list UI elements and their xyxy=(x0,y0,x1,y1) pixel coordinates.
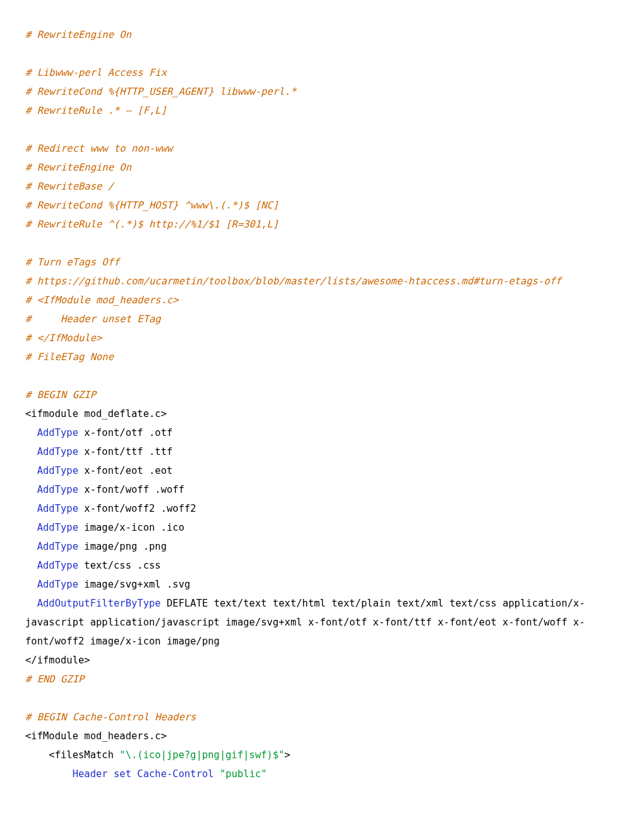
token-c: # Libwww-perl Access Fix xyxy=(25,67,167,78)
token-tg: x-font/ttf .ttf xyxy=(78,446,172,457)
token-tg: image/png .png xyxy=(78,541,167,552)
code-line: # RewriteEngine On xyxy=(25,25,619,44)
token-tg: <ifmodule mod_deflate.c> xyxy=(25,408,167,420)
code-line: AddType x-font/woff2 .woff2 xyxy=(25,499,619,518)
code-line: # RewriteEngine On xyxy=(25,158,619,177)
token-tg: x-font/woff2 .woff2 xyxy=(78,503,196,514)
code-line: # BEGIN GZIP xyxy=(25,385,619,404)
token-c: # BEGIN Cache-Control Headers xyxy=(25,711,196,723)
code-line: # <IfModule mod_headers.c> xyxy=(25,291,619,310)
code-line: Header set Cache-Control "public" xyxy=(25,764,619,783)
code-line: # </IfModule> xyxy=(25,329,619,348)
token-tg xyxy=(25,446,37,457)
code-line: <ifModule mod_headers.c> xyxy=(25,727,619,746)
code-line xyxy=(25,689,619,708)
token-tg xyxy=(25,484,37,495)
token-tg: <filesMatch xyxy=(25,749,119,761)
code-line: AddType text/css .css xyxy=(25,556,619,575)
code-line: # RewriteRule .* – [F,L] xyxy=(25,101,619,120)
token-kw: AddType xyxy=(37,522,78,533)
token-kw: AddType xyxy=(37,579,78,590)
token-tg xyxy=(108,768,114,780)
token-c: # RewriteCond %{HTTP_HOST} ^www\.(.*)$ [… xyxy=(25,200,278,211)
token-tg xyxy=(25,503,37,514)
token-kw: AddType xyxy=(37,560,78,571)
code-line: # Libwww-perl Access Fix xyxy=(25,63,619,82)
token-tg: > xyxy=(285,749,290,761)
code-block: # RewriteEngine On # Libwww-perl Access … xyxy=(25,25,619,783)
token-tg xyxy=(25,768,73,780)
token-c: # RewriteEngine On xyxy=(25,29,131,40)
code-line: <ifmodule mod_deflate.c> xyxy=(25,404,619,423)
token-tg: <ifModule mod_headers.c> xyxy=(25,730,167,742)
code-line: AddType x-font/ttf .ttf xyxy=(25,442,619,461)
token-st: "\.(ico|jpe?g|png|gif|swf)$" xyxy=(119,749,284,761)
code-line: AddOutputFilterByType DEFLATE text/text … xyxy=(25,594,619,651)
token-c: # RewriteBase / xyxy=(25,181,114,192)
token-c: # RewriteRule .* – [F,L] xyxy=(25,105,167,116)
token-tg xyxy=(25,598,37,609)
code-line: <filesMatch "\.(ico|jpe?g|png|gif|swf)$"… xyxy=(25,746,619,764)
token-tg xyxy=(25,579,37,590)
code-line: AddType x-font/otf .otf xyxy=(25,423,619,442)
code-line: </ifmodule> xyxy=(25,651,619,670)
code-line: # RewriteRule ^(.*)$ http://%1/$1 [R=301… xyxy=(25,215,619,234)
code-line: # Redirect www to non-www xyxy=(25,139,619,158)
token-p2: Header xyxy=(73,768,108,780)
token-tg: text/css .css xyxy=(78,560,161,571)
code-line xyxy=(25,234,619,253)
token-tg: x-font/otf .otf xyxy=(78,427,172,438)
token-tg: x-font/woff .woff xyxy=(78,484,184,495)
token-tg xyxy=(131,768,137,780)
token-c: # RewriteRule ^(.*)$ http://%1/$1 [R=301… xyxy=(25,219,278,230)
code-line: # END GZIP xyxy=(25,670,619,689)
code-line: AddType x-font/eot .eot xyxy=(25,461,619,480)
token-c: # RewriteEngine On xyxy=(25,162,131,173)
token-tg xyxy=(25,560,37,571)
code-line: # RewriteCond %{HTTP_USER_AGENT} libwww-… xyxy=(25,82,619,101)
code-line: # RewriteBase / xyxy=(25,177,619,196)
token-c: # Redirect www to non-www xyxy=(25,143,172,154)
token-kw: AddType xyxy=(37,446,78,457)
token-tg xyxy=(25,465,37,476)
code-line: # Header unset ETag xyxy=(25,310,619,329)
code-line: AddType x-font/woff .woff xyxy=(25,480,619,499)
token-tg xyxy=(25,541,37,552)
token-c: # Turn eTags Off xyxy=(25,257,119,268)
code-line: # RewriteCond %{HTTP_HOST} ^www\.(.*)$ [… xyxy=(25,196,619,215)
code-line: # https://github.com/ucarmetin/toolbox/b… xyxy=(25,272,619,291)
token-c: # https://github.com/ucarmetin/toolbox/b… xyxy=(25,275,561,287)
code-line: # FileETag None xyxy=(25,348,619,366)
code-line xyxy=(25,120,619,139)
token-c: # END GZIP xyxy=(25,674,84,685)
token-c: # <IfModule mod_headers.c> xyxy=(25,294,179,306)
code-line: AddType image/png .png xyxy=(25,537,619,556)
token-kw: AddType xyxy=(37,503,78,514)
token-p2: set xyxy=(114,768,131,780)
token-tg: image/x-icon .ico xyxy=(78,522,184,533)
token-tg: x-font/eot .eot xyxy=(78,465,172,476)
code-line: AddType image/svg+xml .svg xyxy=(25,575,619,594)
token-tg xyxy=(25,522,37,533)
token-kw: AddType xyxy=(37,541,78,552)
code-line: AddType image/x-icon .ico xyxy=(25,518,619,537)
token-c: # Header unset ETag xyxy=(25,313,161,325)
token-c: # RewriteCond %{HTTP_USER_AGENT} libwww-… xyxy=(25,86,296,97)
token-tg: image/svg+xml .svg xyxy=(78,579,190,590)
token-tg: </ifmodule> xyxy=(25,655,90,666)
token-kw: AddType xyxy=(37,427,78,438)
token-c: # </IfModule> xyxy=(25,332,102,344)
token-c: # FileETag None xyxy=(25,351,114,363)
token-tg xyxy=(214,768,220,780)
token-c: # BEGIN GZIP xyxy=(25,389,96,401)
code-line: # Turn eTags Off xyxy=(25,253,619,272)
token-kw: AddOutputFilterByType xyxy=(37,598,161,609)
code-line xyxy=(25,366,619,385)
token-tg xyxy=(25,427,37,438)
token-kw: AddType xyxy=(37,484,78,495)
token-st: "public" xyxy=(220,768,267,780)
token-p2: Cache-Control xyxy=(137,768,213,780)
code-line xyxy=(25,44,619,63)
token-kw: AddType xyxy=(37,465,78,476)
code-line: # BEGIN Cache-Control Headers xyxy=(25,708,619,727)
